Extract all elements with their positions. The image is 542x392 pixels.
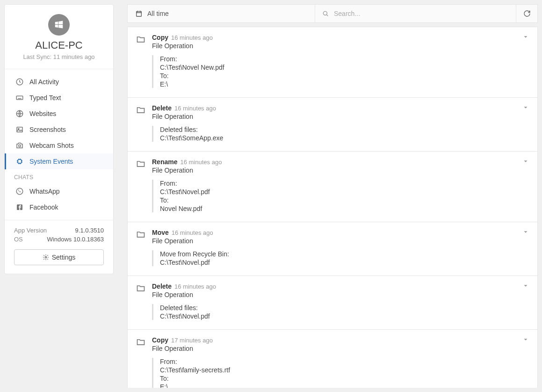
chevron-down-icon — [522, 229, 529, 235]
event-title: Delete — [152, 104, 172, 112]
event-detail-line: From: — [160, 358, 529, 365]
nav-screenshots[interactable]: Screenshots — [5, 122, 113, 138]
nav-webcam-shots[interactable]: Webcam Shots — [5, 138, 113, 153]
expand-toggle[interactable] — [522, 34, 529, 40]
nav-section-chats: CHATS — [5, 169, 113, 183]
refresh-icon — [523, 9, 531, 18]
event-detail-line: To: — [160, 196, 529, 204]
camera-icon — [15, 141, 24, 150]
os-label: OS — [14, 236, 23, 243]
nav-label: System Events — [29, 158, 73, 165]
os-value: Windows 10.0.18363 — [47, 236, 104, 243]
event-row: Copy16 minutes agoFile OperationFrom:C:\… — [127, 27, 538, 98]
chevron-down-icon — [522, 336, 529, 343]
event-details: Deleted files:C:\Test\Novel.pdf — [152, 304, 529, 320]
windows-icon — [48, 14, 70, 36]
event-detail-line: C:\Test\Novel.pdf — [160, 188, 529, 196]
event-detail-line: C:\Test\Novel.pdf — [160, 259, 529, 266]
cpu-icon — [15, 157, 24, 166]
event-time: 17 minutes ago — [171, 337, 213, 344]
facebook-icon — [15, 203, 24, 211]
event-detail-line: C:\Test\SomeApp.exe — [160, 134, 529, 142]
event-detail-line: To: — [160, 72, 529, 80]
event-kind: File Operation — [152, 113, 529, 120]
event-title: Delete — [152, 283, 172, 290]
gear-icon — [43, 254, 49, 261]
event-kind: File Operation — [152, 42, 529, 50]
event-kind: File Operation — [152, 237, 529, 245]
expand-toggle[interactable] — [522, 336, 529, 343]
event-title: Copy — [152, 336, 168, 344]
event-detail-line: From: — [160, 55, 529, 63]
nav-all-activity[interactable]: All Activity — [5, 74, 113, 90]
event-details: From:C:\Test\Novel.pdfTo:Novel New.pdf — [152, 180, 529, 212]
expand-toggle[interactable] — [522, 229, 529, 235]
event-details: Move from Recycle Bin:C:\Test\Novel.pdf — [152, 250, 529, 266]
search-container — [315, 5, 516, 22]
keyboard-icon — [15, 94, 24, 102]
chevron-down-icon — [522, 104, 529, 111]
app-version-value: 9.1.0.3510 — [75, 227, 104, 234]
event-title: Move — [152, 229, 169, 236]
event-time: 16 minutes ago — [174, 105, 216, 112]
event-time: 16 minutes ago — [171, 34, 213, 41]
event-detail-line: C:\Test\Novel New.pdf — [160, 64, 529, 71]
refresh-button[interactable] — [516, 5, 537, 22]
event-row: Copy17 minutes agoFile OperationFrom:C:\… — [127, 330, 538, 388]
event-detail-line: Deleted files: — [160, 304, 529, 312]
svg-rect-10 — [137, 11, 142, 16]
folder-icon — [136, 230, 145, 267]
event-time: 16 minutes ago — [172, 229, 213, 236]
nav-label: Screenshots — [29, 126, 66, 133]
event-title: Rename — [152, 158, 177, 166]
settings-button[interactable]: Settings — [14, 249, 104, 265]
event-kind: File Operation — [152, 291, 529, 298]
event-detail-line: Deleted files: — [160, 126, 529, 133]
expand-toggle[interactable] — [522, 158, 529, 165]
folder-icon — [136, 337, 145, 388]
topbar: All time — [127, 4, 538, 23]
event-details: Deleted files:C:\Test\SomeApp.exe — [152, 126, 529, 142]
event-kind: File Operation — [152, 345, 529, 352]
event-row: Delete16 minutes agoFile OperationDelete… — [127, 98, 538, 152]
nav-facebook[interactable]: Facebook — [5, 199, 113, 215]
svg-rect-1 — [16, 96, 23, 100]
nav-label: All Activity — [29, 78, 59, 86]
calendar-icon — [135, 10, 143, 17]
info-block: App Version 9.1.0.3510 OS Windows 10.0.1… — [5, 220, 113, 274]
device-name: ALICE-PC — [10, 39, 108, 51]
search-input[interactable] — [334, 10, 509, 17]
folder-icon — [136, 35, 145, 89]
event-detail-line: C:\Test\Novel.pdf — [160, 312, 529, 320]
nav-system-events[interactable]: System Events — [5, 153, 113, 169]
event-kind: File Operation — [152, 167, 529, 174]
time-range-selector[interactable]: All time — [128, 5, 315, 22]
event-detail-line: Novel New.pdf — [160, 205, 529, 212]
svg-point-7 — [16, 188, 23, 195]
event-detail-line: To: — [160, 375, 529, 382]
event-time: 16 minutes ago — [180, 159, 222, 166]
event-detail-line: E:\ — [160, 383, 529, 388]
nav-whatsapp[interactable]: WhatsApp — [5, 183, 113, 199]
event-row: Delete16 minutes agoFile OperationDelete… — [127, 276, 538, 330]
folder-icon — [136, 159, 145, 213]
events-list: Copy16 minutes agoFile OperationFrom:C:\… — [127, 23, 538, 388]
expand-toggle[interactable] — [522, 283, 529, 289]
folder-icon — [136, 105, 145, 143]
last-sync-text: Last Sync: 11 minutes ago — [10, 53, 108, 60]
event-details: From:C:\Test\family-secrets.rtfTo:E:\ — [152, 358, 529, 388]
event-detail-line: From: — [160, 180, 529, 187]
nav-websites[interactable]: Websites — [5, 106, 113, 122]
event-row: Move16 minutes agoFile OperationMove fro… — [127, 222, 538, 276]
nav-typed-text[interactable]: Typed Text — [5, 90, 113, 106]
nav-list: All Activity Typed Text Websites Screens… — [5, 69, 113, 220]
nav-label: Webcam Shots — [29, 142, 74, 149]
event-title: Copy — [152, 34, 168, 41]
search-icon — [322, 10, 329, 17]
nav-label: Facebook — [29, 203, 58, 211]
app-version-label: App Version — [14, 227, 47, 234]
expand-toggle[interactable] — [522, 104, 529, 111]
svg-rect-6 — [18, 160, 22, 163]
chevron-down-icon — [522, 34, 529, 40]
event-time: 16 minutes ago — [174, 283, 216, 290]
